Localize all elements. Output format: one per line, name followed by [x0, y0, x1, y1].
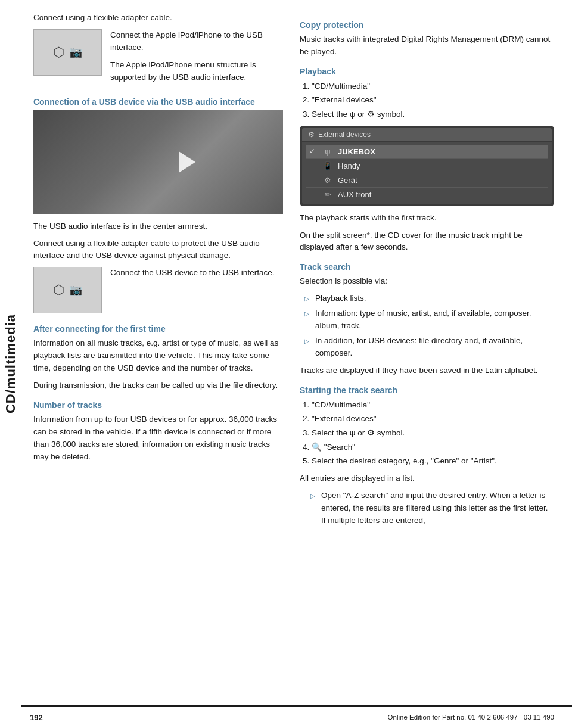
usb-connect-inline-section: ⬡ 📷 Connect the USB device to the USB in…	[33, 267, 283, 316]
playback-heading: Playback	[300, 67, 554, 76]
track-bullets-list: Playback lists. Information: type of mus…	[300, 293, 554, 360]
usb-connect-image: ⬡ 📷	[33, 267, 102, 313]
top-inline-section: ⬡ 📷 Connect the Apple iPod/iPhone to the…	[33, 29, 283, 89]
screen-body: ✓ ψ JUKEBOX 📱 Handy ⚙ Gerät ✏ AU	[302, 142, 552, 204]
screen-row-aux: ✏ AUX front	[306, 188, 548, 201]
selection-intro: Selection is possible via:	[300, 275, 554, 288]
sidebar-label: CD/multimedia	[0, 0, 21, 728]
playback-step-2: "External devices"	[312, 94, 554, 107]
track-bullet-2: Information: type of music, artist, and,…	[304, 307, 554, 332]
after-connect-para: Information on all music tracks, e.g. ar…	[33, 337, 283, 375]
usb-arrow-indicator	[179, 151, 195, 173]
screen-row-gerat: ⚙ Gerät	[306, 173, 548, 188]
external-devices-screen: ⚙ External devices ✓ ψ JUKEBOX 📱 Handy ⚙	[300, 126, 554, 206]
usb-icon2: ⬡	[53, 282, 64, 298]
playback-step-1: "CD/Multimedia"	[312, 80, 554, 93]
sidebar-text: CD/multimedia	[3, 314, 18, 413]
usb-armrest-image	[33, 110, 283, 214]
starting-step-2: "External devices"	[312, 412, 554, 425]
screen-title-bar: ⚙ External devices	[302, 128, 552, 141]
num-tracks-para: Information from up to four USB devices …	[33, 413, 283, 463]
handy-label: Handy	[338, 161, 545, 170]
playback-note2: On the split screen*, the CD cover for t…	[300, 229, 554, 254]
during-trans-para: During transmission, the tracks can be c…	[33, 379, 283, 392]
gerat-label: Gerät	[338, 176, 545, 185]
playback-step-3: Select the ψ or ⚙ symbol.	[312, 108, 554, 121]
jukebox-label: JUKEBOX	[338, 147, 545, 156]
usb-location-text: The USB audio interface is in the center…	[33, 220, 283, 233]
gerat-icon: ⚙	[322, 176, 333, 185]
screen-title-icon: ⚙	[308, 130, 315, 139]
device-icon2: 📷	[69, 284, 82, 297]
starting-step-5: Select the desired category, e.g., "Genr…	[312, 455, 554, 468]
sub-bullets-list: Open "A-Z search" and input the desired …	[300, 490, 554, 527]
track-bullet-1: Playback lists.	[304, 293, 554, 305]
aux-icon: ✏	[322, 190, 333, 199]
footer-text: Online Edition for Part no. 01 40 2 606 …	[388, 714, 554, 721]
tracks-note: Tracks are displayed if they have been s…	[300, 365, 554, 377]
handy-icon: 📱	[322, 161, 333, 170]
screen-title-text: External devices	[318, 130, 371, 139]
page-number: 192	[30, 713, 43, 722]
aux-label: AUX front	[338, 190, 545, 199]
page-footer: 192 Online Edition for Part no. 01 40 2 …	[0, 705, 572, 728]
starting-step-1: "CD/Multimedia"	[312, 399, 554, 412]
copy-protection-heading: Copy protection	[300, 20, 554, 30]
usb-image-background	[33, 110, 283, 214]
section2-heading: After connecting for the first time	[33, 324, 283, 334]
section1-heading: Connection of a USB device via the USB a…	[33, 97, 283, 107]
copy-protection-para: Music tracks with integrated Digital Rig…	[300, 33, 554, 58]
starting-steps-list: "CD/Multimedia" "External devices" Selec…	[300, 399, 554, 468]
gear-symbol: ⚙	[367, 110, 375, 119]
main-content: Connect using a flexible adapter cable. …	[23, 0, 572, 530]
phone-icon: 📷	[69, 46, 82, 59]
track-search-heading: Track search	[300, 262, 554, 272]
playback-steps-list: "CD/Multimedia" "External devices" Selec…	[300, 80, 554, 121]
section3-heading: Number of tracks	[33, 400, 283, 410]
starting-step-4: 🔍 "Search"	[312, 441, 554, 454]
sub-bullet-1: Open "A-Z search" and input the desired …	[310, 490, 554, 527]
track-bullet-3: In addition, for USB devices: file direc…	[304, 335, 554, 360]
starting-track-heading: Starting the track search	[300, 385, 554, 395]
screen-row-jukebox: ✓ ψ JUKEBOX	[306, 145, 548, 159]
usb-plug-icon: ⬡	[53, 45, 64, 60]
usb-row-icon: ψ	[322, 147, 333, 156]
connect-protection-text: Connect using a flexible adapter cable t…	[33, 238, 283, 263]
playback-note1: The playback starts with the first track…	[300, 212, 554, 225]
top-intro-text: Connect using a flexible adapter cable.	[33, 12, 283, 24]
screen-row-handy: 📱 Handy	[306, 159, 548, 173]
check-icon: ✓	[309, 147, 318, 155]
all-entries-note: All entries are displayed in a list.	[300, 472, 554, 485]
left-column: Connect using a flexible adapter cable. …	[23, 12, 294, 530]
apple-device-image: ⬡ 📷	[33, 29, 102, 76]
starting-step-3: Select the ψ or ⚙ symbol.	[312, 427, 554, 440]
gear-symbol2: ⚙	[367, 428, 375, 437]
right-column: Copy protection Music tracks with integr…	[294, 12, 565, 530]
